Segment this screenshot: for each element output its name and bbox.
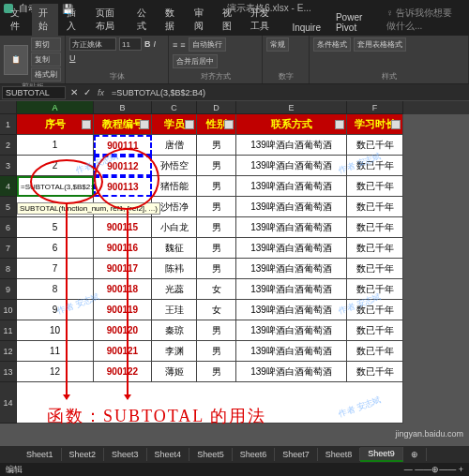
cell[interactable]: 7	[17, 259, 94, 279]
row-header[interactable]: 7	[0, 238, 17, 259]
cell[interactable]: 139啤酒白酒葡萄酒	[236, 197, 347, 217]
cell[interactable]: 男	[197, 176, 236, 197]
column-header[interactable]: D	[197, 101, 236, 114]
align-left-icon[interactable]: ≡	[173, 40, 177, 50]
cell[interactable]: 男	[197, 259, 236, 279]
number-format-select[interactable]: 常规	[266, 37, 289, 52]
row-header[interactable]: 12	[0, 341, 17, 362]
cell[interactable]: 数已千年	[347, 341, 403, 362]
table-header-cell[interactable]: 性别	[197, 114, 236, 135]
column-header[interactable]: A	[17, 101, 94, 114]
underline-button[interactable]: U	[69, 53, 76, 63]
cell[interactable]: 王珪	[152, 300, 197, 320]
sheet-tab[interactable]: Sheet9	[360, 447, 403, 462]
align-center-icon[interactable]: ≡	[180, 40, 185, 50]
row-header[interactable]: 14	[0, 382, 17, 424]
cell[interactable]: 魏征	[152, 238, 197, 259]
cell[interactable]: 900116	[94, 238, 152, 259]
ribbon-tab[interactable]: Inquire	[285, 20, 327, 36]
cell[interactable]: 900111	[94, 135, 152, 156]
ribbon-tab[interactable]: 视图	[216, 4, 242, 36]
row-header[interactable]: 13	[0, 362, 17, 382]
cell[interactable]: 数已千年	[347, 197, 403, 217]
column-header[interactable]: E	[236, 101, 347, 114]
tell-me-search[interactable]: ♀ 告诉我你想要做什么...	[380, 4, 465, 36]
cell[interactable]: 6	[17, 238, 94, 259]
cell[interactable]: 唐僧	[152, 135, 197, 156]
row-header[interactable]: 3	[0, 156, 17, 176]
ribbon-tab[interactable]: 开发工具	[244, 4, 283, 36]
cell[interactable]: 秦琼	[152, 320, 197, 341]
conditional-format-button[interactable]: 条件格式	[313, 37, 351, 52]
ribbon-tab[interactable]: 公式	[130, 4, 157, 36]
sheet-tab[interactable]: Sheet2	[62, 448, 105, 461]
column-header[interactable]: F	[347, 101, 403, 114]
table-header-cell[interactable]: 学习时长	[347, 114, 403, 135]
fx-icon[interactable]: fx	[94, 88, 108, 97]
row-header[interactable]: 4	[0, 176, 17, 197]
cell[interactable]: 1	[17, 135, 94, 156]
cell[interactable]: 男	[197, 217, 236, 238]
cell[interactable]: 小白龙	[152, 217, 197, 238]
cell[interactable]: 10	[17, 320, 94, 341]
cell[interactable]: 数已千年	[347, 259, 403, 279]
row-header[interactable]: 2	[0, 135, 17, 156]
cell[interactable]: 男	[197, 320, 236, 341]
cell[interactable]: 900121	[94, 341, 152, 362]
row-header[interactable]: 1	[0, 114, 17, 135]
cell[interactable]: 139啤酒白酒葡萄酒	[236, 156, 347, 176]
sheet-tab[interactable]: Sheet7	[275, 448, 318, 461]
cell[interactable]: 数已千年	[347, 176, 403, 197]
table-format-button[interactable]: 套用表格格式	[354, 37, 406, 52]
cell[interactable]: 900122	[94, 362, 152, 382]
cell[interactable]: 11	[17, 341, 94, 362]
active-cell[interactable]: =SUBTOTAL(3,$B$2:B4)	[17, 176, 94, 197]
cell[interactable]: 数已千年	[347, 217, 403, 238]
cell[interactable]: 薄姬	[152, 362, 197, 382]
cell[interactable]: 数已千年	[347, 320, 403, 341]
cell[interactable]: 陈袆	[152, 259, 197, 279]
row-header[interactable]: 8	[0, 259, 17, 279]
sheet-tab[interactable]: Sheet6	[233, 448, 276, 461]
ribbon-tab[interactable]: 开始	[32, 4, 58, 36]
filter-icon[interactable]	[335, 120, 344, 129]
cell[interactable]: 900113	[94, 176, 152, 197]
table-header-cell[interactable]: 联系方式	[236, 114, 347, 135]
cell[interactable]: 孙悟空	[152, 156, 197, 176]
filter-icon[interactable]	[140, 120, 149, 129]
sheet-tab[interactable]: Sheet8	[318, 448, 361, 461]
table-header-cell[interactable]: 学员	[152, 114, 197, 135]
row-header[interactable]: 6	[0, 217, 17, 238]
cell[interactable]: 900118	[94, 279, 152, 300]
cell[interactable]: 139啤酒白酒葡萄酒	[236, 217, 347, 238]
cell[interactable]: 数已千年	[347, 362, 403, 382]
cell[interactable]: 139啤酒白酒葡萄酒	[236, 279, 347, 300]
cell[interactable]: 139啤酒白酒葡萄酒	[236, 300, 347, 320]
row-header[interactable]: 11	[0, 320, 17, 341]
cell[interactable]: 男	[197, 197, 236, 217]
cancel-icon[interactable]: ✕	[68, 87, 81, 97]
font-size-input[interactable]	[119, 37, 142, 51]
sheet-tab[interactable]: Sheet4	[147, 448, 190, 461]
sheet-tab[interactable]: Sheet3	[104, 448, 147, 461]
cell[interactable]: 139啤酒白酒葡萄酒	[236, 176, 347, 197]
cell[interactable]: 900119	[94, 300, 152, 320]
cut-button[interactable]: 剪切	[31, 37, 61, 52]
merge-center-button[interactable]: 合并后居中	[173, 54, 218, 68]
cell[interactable]: 900120	[94, 320, 152, 341]
cell[interactable]: 139啤酒白酒葡萄酒	[236, 238, 347, 259]
ribbon-tab[interactable]: 文件	[4, 4, 30, 36]
italic-button[interactable]: I	[154, 39, 157, 49]
row-header[interactable]: 9	[0, 279, 17, 300]
cell[interactable]: 男	[197, 341, 236, 362]
cell[interactable]: 139啤酒白酒葡萄酒	[236, 362, 347, 382]
ribbon-tab[interactable]: 审阅	[188, 4, 214, 36]
row-header[interactable]: 10	[0, 300, 17, 320]
cell[interactable]: 男	[197, 135, 236, 156]
row-header[interactable]: 5	[0, 197, 17, 217]
paste-button[interactable]: 📋	[4, 45, 28, 75]
ribbon-tab[interactable]: 插入	[60, 4, 86, 36]
zoom-controls[interactable]: — ——⊕—— +	[404, 465, 463, 474]
cell[interactable]: 男	[197, 238, 236, 259]
cell[interactable]: 5	[17, 217, 94, 238]
